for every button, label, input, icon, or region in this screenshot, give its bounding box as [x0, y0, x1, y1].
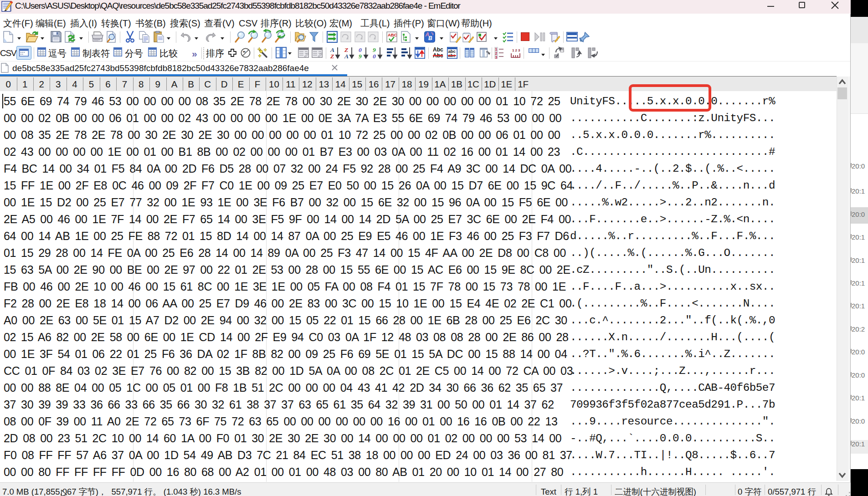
svg-text:0: 0	[373, 53, 376, 60]
svg-text:ABC: ABC	[388, 32, 397, 37]
svg-text:123: 123	[512, 48, 521, 52]
svg-text:A: A	[330, 46, 334, 53]
svg-text:3: 3	[495, 55, 498, 60]
svg-text:Z: Z	[344, 46, 348, 53]
svg-text:B: B	[428, 35, 432, 41]
svg-text:9: 9	[359, 53, 362, 60]
svg-text:0: 0	[359, 46, 362, 53]
svg-text:A: A	[344, 53, 349, 60]
svg-text:Abc: Abc	[433, 46, 443, 53]
svg-text:Z: Z	[330, 53, 334, 60]
svg-text:9: 9	[373, 46, 376, 53]
